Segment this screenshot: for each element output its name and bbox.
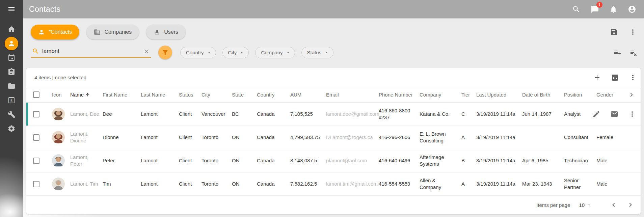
- cell-email: DLamont@rogers.ca: [326, 134, 379, 141]
- tabs-overflow-button[interactable]: [628, 28, 637, 36]
- hamburger-icon: [7, 5, 16, 13]
- sidebar-item-settings[interactable]: [4, 122, 19, 135]
- col-state[interactable]: State: [232, 92, 257, 98]
- bar-chart-icon: [611, 74, 619, 82]
- row-overflow-button[interactable]: [628, 110, 637, 118]
- table-row[interactable]: Lamont, Peter Peter Lamont Client Toront…: [26, 149, 641, 172]
- row-checkbox[interactable]: [33, 158, 39, 164]
- company-filter-dropdown[interactable]: Company: [255, 47, 295, 58]
- col-last-name[interactable]: Last Name: [141, 92, 179, 98]
- filter-bar-actions: [613, 48, 641, 57]
- playlist-remove-icon: [629, 49, 638, 57]
- cell-aum: 7,105,525: [290, 111, 326, 117]
- menu-button[interactable]: [0, 0, 23, 18]
- cell-city: Toronto: [202, 157, 232, 164]
- bell-icon: [609, 5, 618, 13]
- previous-page-button[interactable]: [609, 200, 618, 210]
- next-page-button[interactable]: [626, 200, 635, 210]
- col-last-updated[interactable]: Last Updated: [476, 92, 522, 98]
- save-button[interactable]: [610, 28, 618, 36]
- playlist-remove-button[interactable]: [629, 48, 638, 57]
- search-field: [31, 48, 151, 58]
- country-filter-label: Country: [186, 50, 204, 55]
- cell-company: Afterimage Systems: [420, 154, 461, 167]
- cell-status: Client: [179, 134, 202, 141]
- cell-gender: Male: [596, 181, 627, 187]
- chevron-down-icon: [587, 203, 591, 207]
- cell-email: lamont.tim@gmail.com: [326, 181, 379, 187]
- cell-last-updated: 3/19/2019 11:14a: [476, 157, 522, 164]
- search-input[interactable]: [42, 48, 140, 55]
- col-aum[interactable]: AUM: [290, 92, 326, 98]
- filter-button[interactable]: [158, 46, 172, 59]
- col-phone[interactable]: Phone Number: [379, 92, 420, 98]
- col-icon[interactable]: Icon: [52, 92, 70, 98]
- playlist-add-icon: [613, 49, 621, 57]
- chevron-down-icon: [324, 50, 329, 55]
- cell-status: Client: [179, 111, 202, 117]
- row-checkbox[interactable]: [33, 181, 39, 187]
- save-icon: [610, 28, 618, 36]
- col-dob[interactable]: Date of Birth: [522, 92, 564, 98]
- sidebar-item-calendar[interactable]: [4, 51, 19, 64]
- page-size-select[interactable]: 10: [579, 202, 591, 208]
- notifications-button[interactable]: [609, 4, 618, 14]
- tabs-actions: [610, 28, 641, 36]
- chevron-right-icon: [626, 201, 635, 209]
- tab-companies[interactable]: Companies: [86, 25, 139, 39]
- row-checkbox[interactable]: [33, 111, 39, 117]
- company-filter-label: Company: [261, 50, 283, 55]
- col-city[interactable]: City: [202, 92, 232, 98]
- cell-email: plamont@aol.com: [326, 157, 379, 164]
- cell-company: E. L. Brown Consulting: [420, 131, 461, 144]
- col-gender[interactable]: Gender: [596, 92, 627, 98]
- col-company[interactable]: Company: [420, 92, 461, 98]
- email-contact-button[interactable]: [610, 110, 619, 118]
- col-tier[interactable]: Tier: [461, 92, 476, 98]
- folder-icon: [7, 82, 16, 90]
- cell-state: ON: [232, 181, 257, 187]
- sidebar-item-contacts[interactable]: [4, 37, 19, 50]
- table-row[interactable]: Lamont, Dionne Dionne Lamont Client Toro…: [26, 126, 641, 149]
- tab-contacts[interactable]: *Contacts: [31, 25, 79, 39]
- col-name[interactable]: Name: [70, 92, 103, 98]
- messages-button[interactable]: 1: [590, 4, 599, 14]
- cell-first-name: Peter: [103, 157, 141, 164]
- sidebar-item-tools[interactable]: [4, 108, 19, 121]
- plus-icon: [593, 74, 601, 82]
- sidebar-item-filter5[interactable]: 5: [4, 93, 19, 107]
- select-all-checkbox[interactable]: [33, 91, 39, 98]
- topbar: Contacts 1: [23, 0, 644, 18]
- country-filter-dropdown[interactable]: Country: [180, 47, 216, 58]
- col-position[interactable]: Position: [564, 92, 596, 98]
- city-filter-dropdown[interactable]: City: [222, 47, 249, 58]
- row-checkbox[interactable]: [33, 134, 39, 141]
- table-row[interactable]: Lamont, Tim Tim Lamont Client Toronto ON…: [26, 172, 641, 196]
- chart-view-button[interactable]: [611, 73, 619, 82]
- add-contact-button[interactable]: [593, 73, 601, 82]
- table-row[interactable]: Lamont, Dee Dee Lamont Client Vancouver …: [26, 103, 641, 126]
- search-button[interactable]: [571, 4, 581, 14]
- list-overflow-button[interactable]: [628, 73, 637, 82]
- playlist-add-button[interactable]: [613, 48, 622, 57]
- person-outline-icon: [154, 29, 160, 35]
- col-email[interactable]: Email: [326, 92, 379, 98]
- cell-phone: 416-640-6496: [379, 157, 420, 164]
- active-indicator: [5, 37, 18, 50]
- status-filter-dropdown[interactable]: Status: [301, 47, 334, 58]
- sidebar-item-home[interactable]: [4, 23, 19, 36]
- col-status[interactable]: Status: [179, 92, 202, 98]
- funnel-icon: [162, 49, 169, 56]
- col-first-name[interactable]: First Name: [103, 92, 141, 98]
- sidebar-item-tasks[interactable]: [4, 65, 19, 79]
- account-button[interactable]: [627, 4, 637, 14]
- edit-contact-button[interactable]: [592, 110, 601, 118]
- tab-users[interactable]: Users: [146, 25, 186, 39]
- scroll-columns-right-button[interactable]: [627, 91, 641, 99]
- filter-bar: Country City Company Status: [31, 46, 641, 59]
- row-hover-actions: [581, 103, 641, 126]
- clear-search-button[interactable]: [143, 48, 150, 55]
- sidebar-item-files[interactable]: [4, 79, 19, 93]
- col-country[interactable]: Country: [257, 92, 290, 98]
- pencil-icon: [592, 110, 600, 118]
